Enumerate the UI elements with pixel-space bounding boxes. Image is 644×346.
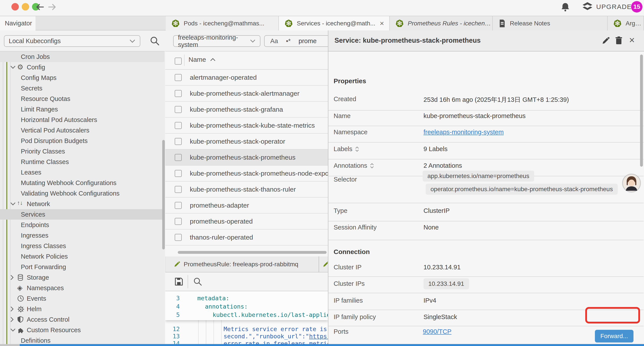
sidebar-item-custom-resources[interactable]: Custom Resources	[0, 325, 164, 335]
sidebar-item-priority-classes[interactable]: Priority Classes	[0, 146, 164, 157]
sidebar-item-ingress-classes[interactable]: Ingress Classes	[0, 241, 164, 251]
close-tab-icon[interactable]: ×	[380, 19, 384, 27]
sidebar-item-label: Namespaces	[27, 285, 64, 292]
window-close-button[interactable]	[12, 3, 19, 10]
upgrade-button[interactable]: UPGRADE	[582, 2, 632, 12]
sidebar-item-leases[interactable]: Leases	[0, 167, 164, 178]
sidebar-item-runtime-classes[interactable]: Runtime Classes	[0, 157, 164, 167]
tab-pods[interactable]: Pods - icecheng@mathmas...	[166, 16, 279, 30]
row-checkbox[interactable]	[175, 90, 182, 97]
table-row[interactable]: kube-prometheus-stack-kube-state-metrics	[165, 118, 328, 134]
table-row[interactable]: prometheus-adapter	[165, 198, 328, 214]
select-all-checkbox[interactable]	[175, 58, 182, 65]
chevron-right-icon[interactable]	[10, 317, 14, 322]
sidebar-item-validating-webhook-configurations[interactable]: Validating Webhook Configurations	[0, 188, 164, 199]
list-horizontal-scrollbar[interactable]	[178, 251, 326, 254]
row-checkbox[interactable]	[175, 202, 182, 209]
match-case-icon[interactable]: Aa	[270, 37, 278, 45]
sidebar-scrollbar[interactable]	[162, 140, 165, 249]
expand-updown-icon[interactable]	[355, 146, 359, 152]
row-checkbox[interactable]	[175, 186, 182, 193]
sidebar-item-network-policies[interactable]: Network Policies	[0, 251, 164, 262]
editor-tab-prometheusrule[interactable]: PrometheusRule: freeleaps-prod-rabbitmq	[166, 256, 319, 272]
sidebar-item-ingresses[interactable]: Ingresses	[0, 230, 164, 241]
row-checkbox[interactable]	[175, 122, 182, 129]
chevron-down-icon[interactable]	[10, 328, 16, 332]
yaml-editor[interactable]: 110", "for": "1m", "labels": { "service"…	[165, 291, 328, 346]
account-badge[interactable]: 15	[631, 1, 642, 12]
namespace-select[interactable]: freeleaps-monitoring-system	[173, 35, 260, 47]
assistant-avatar[interactable]	[622, 174, 641, 193]
sidebar-item-storage[interactable]: Storage	[0, 272, 164, 283]
sidebar-item-mutating-webhook-configurations[interactable]: Mutating Webhook Configurations	[0, 178, 164, 188]
sidebar-item-namespaces[interactable]: ◈Namespaces	[0, 283, 164, 293]
window-minimize-button[interactable]	[22, 3, 29, 10]
sidebar-item-network[interactable]: ↑↓Network	[0, 199, 164, 209]
delete-trash-icon[interactable]	[615, 36, 623, 45]
editor-tab-next-partial[interactable]	[319, 256, 328, 272]
row-checkbox[interactable]	[175, 106, 182, 113]
sidebar-item-horizontal-pod-autoscalers[interactable]: Horizontal Pod Autoscalers	[0, 114, 164, 125]
row-checkbox[interactable]	[175, 218, 182, 225]
table-row[interactable]: kube-prometheus-stack-operator	[165, 134, 328, 150]
sidebar-item-label: Services	[21, 211, 45, 218]
code-link[interactable]: https://netdata	[309, 333, 328, 340]
row-checkbox[interactable]	[175, 154, 182, 161]
sidebar-item-pod-disruption-budgets[interactable]: Pod Disruption Budgets	[0, 136, 164, 146]
table-row[interactable]: prometheus-operated	[165, 214, 328, 230]
namespace-link[interactable]: freeleaps-monitoring-system	[424, 129, 504, 136]
save-icon[interactable]	[174, 277, 184, 287]
chevron-right-icon[interactable]	[10, 275, 14, 280]
sidebar-item-services[interactable]: Services	[0, 209, 164, 220]
table-row[interactable]: alertmanager-operated	[165, 70, 328, 86]
kubeconfig-select[interactable]: Local Kubeconfigs	[4, 35, 140, 47]
tab-services[interactable]: Services - icecheng@math...×	[279, 16, 390, 30]
tab-release[interactable]: Release Notes	[493, 16, 608, 30]
sidebar-item-port-forwarding[interactable]: Port Forwarding	[0, 262, 164, 272]
table-row[interactable]: kube-prometheus-stack-thanos-ruler	[165, 182, 328, 198]
notifications-bell-icon[interactable]	[561, 2, 570, 12]
back-arrow-icon[interactable]	[35, 3, 45, 11]
sidebar-item-vertical-pod-autoscalers[interactable]: Vertical Pod Autoscalers	[0, 125, 164, 136]
name-column-header[interactable]: Name	[188, 56, 216, 63]
editor-search-icon[interactable]	[193, 277, 202, 287]
row-checkbox[interactable]	[175, 74, 182, 81]
forward-button[interactable]: Forward...	[595, 330, 634, 343]
table-row[interactable]: kube-prometheus-stack-grafana	[165, 102, 328, 118]
row-checkbox[interactable]	[175, 234, 182, 241]
row-checkbox[interactable]	[175, 170, 182, 177]
table-row[interactable]: thanos-ruler-operated	[165, 230, 328, 246]
property-value: 10.233.14.91	[424, 278, 469, 289]
expand-updown-icon[interactable]	[370, 163, 374, 169]
forward-arrow-icon[interactable]	[47, 3, 57, 11]
tab-strip: Navigator Pods - icecheng@mathmas...Serv…	[0, 16, 644, 30]
sidebar-item-helm[interactable]: Helm	[0, 304, 164, 314]
sidebar-item-limit-ranges[interactable]: Limit Ranges	[0, 104, 164, 114]
sidebar-item-resource-quotas[interactable]: Resource Quotas	[0, 93, 164, 104]
port-link[interactable]: 9090/TCP	[423, 328, 452, 335]
sidebar-item-cron-jobs[interactable]: Cron Jobs	[0, 51, 164, 62]
close-icon[interactable]: ×	[629, 35, 635, 45]
edit-pencil-icon[interactable]	[602, 36, 610, 45]
chevron-down-icon[interactable]	[10, 202, 16, 206]
sidebar-item-endpoints[interactable]: Endpoints	[0, 220, 164, 230]
filter-input[interactable]: Aa ▪* prome	[264, 35, 328, 47]
sidebar-search-icon[interactable]	[150, 36, 160, 46]
sidebar-item-config[interactable]: ⚙Config	[0, 62, 164, 72]
regex-icon[interactable]: ▪*	[286, 37, 291, 45]
table-row[interactable]: kube-prometheus-stack-alertmanager	[165, 86, 328, 102]
panel-scrollbar[interactable]	[640, 54, 643, 167]
sidebar-item-secrets[interactable]: Secrets	[0, 83, 164, 93]
chevron-down-icon[interactable]	[10, 65, 16, 69]
row-checkbox[interactable]	[175, 138, 182, 145]
table-row[interactable]: kube-prometheus-stack-prometheus	[165, 150, 328, 166]
sidebar-item-access-control[interactable]: Access Control	[0, 314, 164, 325]
sidebar-item-events[interactable]: Events	[0, 293, 164, 304]
tab-navigator[interactable]: Navigator	[0, 16, 36, 30]
property-row-session-affinity: Session Affinity	[334, 224, 376, 231]
table-row[interactable]: kube-prometheus-stack-prometheus-node-ex…	[165, 166, 328, 182]
tab-argo[interactable]: Argo Se	[608, 16, 644, 30]
tab-prometheus[interactable]: Prometheus Rules - icecheng...	[390, 16, 493, 30]
chevron-right-icon[interactable]	[10, 306, 14, 312]
sidebar-item-config-maps[interactable]: Config Maps	[0, 72, 164, 83]
